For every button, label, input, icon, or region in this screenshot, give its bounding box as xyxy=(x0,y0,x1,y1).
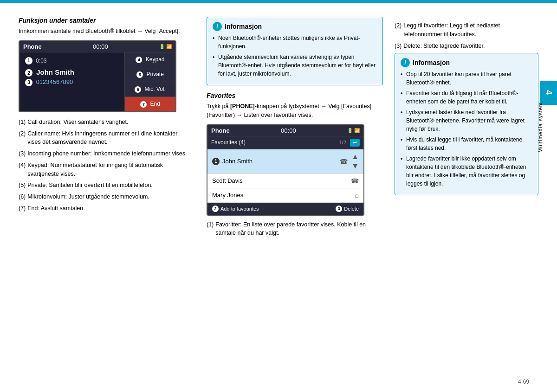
fav-battery-icon: 🔋 xyxy=(347,128,353,133)
btn3-circle: 3 xyxy=(336,206,342,212)
caller-name: 2 John Smith xyxy=(25,68,119,77)
signal-icon: 📶 xyxy=(166,44,172,49)
info2-list-item: Opp til 20 favoritter kan pares til hver… xyxy=(401,70,532,87)
btn4-circle: 4 xyxy=(136,57,142,63)
side-label: Multimedia-system xyxy=(538,102,543,153)
phone-status-icons: 🔋 📶 xyxy=(159,44,172,49)
info-box-1-header: i Informasjon xyxy=(213,22,377,31)
call-feature-item: (2)Caller name: Hvis innringerens nummer… xyxy=(19,129,190,147)
num-label: (2) xyxy=(19,129,26,147)
favorites-text: Trykk på [PHONE]-knappen på lydsystemet … xyxy=(207,102,383,120)
btn6-circle: 6 xyxy=(135,86,141,93)
fav-contact-item[interactable]: Scott Davis ☎ xyxy=(207,174,363,188)
phone-ui-favorites: Phone 00:00 🔋 📶 Favourites (4) 1/2 ↩ 1 J… xyxy=(207,124,364,216)
info2-list-item: Lydsystemet laster ikke ned favoritter f… xyxy=(401,108,532,133)
right-num-list: (2)Legg til favoritter: Legg til et nedl… xyxy=(395,21,538,50)
fav-contact-icon: ☎ xyxy=(351,177,359,185)
fav-contact-icon: ☎ xyxy=(340,158,348,165)
info-icon-1: i xyxy=(213,22,222,31)
right-column: (2)Legg til favoritter: Legg til et nedl… xyxy=(390,17,538,383)
info-box-2-header: i Informasjon xyxy=(401,58,532,67)
right-num-item: (3)Delete: Slette lagrede favoritter. xyxy=(395,42,538,51)
fav-phone-icons: 🔋 📶 xyxy=(347,128,360,133)
fav-phone-title: Phone xyxy=(211,127,230,134)
info-title-1: Informasjon xyxy=(225,23,262,30)
scroll-controls: ▲▼ xyxy=(351,153,359,170)
info-list-2: Opp til 20 favoritter kan pares til hver… xyxy=(401,70,532,188)
call-feature-item: (5)Private: Samtalen blir overført til e… xyxy=(19,181,190,190)
fav-item-name: Scott Davis xyxy=(212,177,243,184)
call-features-list: (1)Call duration: Viser samtalens varigh… xyxy=(19,118,190,213)
fav-sub-title: Favourites (4) xyxy=(211,139,246,146)
fav-item-name: Mary Jones xyxy=(212,192,243,199)
fav-contact-item[interactable]: 1 John Smith ☎ ▲▼ xyxy=(207,149,363,174)
phone-body: 1 0:03 2 John Smith 3 01234567890 4 xyxy=(19,52,175,111)
right-num-item: (2)Legg til favoritter: Legg til et nedl… xyxy=(395,21,538,39)
page-number: 4-69 xyxy=(518,379,529,385)
fav-contact-name: Mary Jones xyxy=(212,192,243,199)
fav-phone-header: Phone 00:00 🔋 📶 xyxy=(207,125,363,136)
fav-page-indicator: 1/2 xyxy=(339,140,346,145)
duration-circle: 1 xyxy=(25,57,32,64)
num-label: (4) xyxy=(19,161,26,179)
num-label: (3) xyxy=(395,42,402,51)
info-list-1: Noen Bluetooth®-enheter støttes muligens… xyxy=(213,34,377,78)
phone-ui-call: Phone 00:00 🔋 📶 1 0:03 2 John Smith xyxy=(19,40,176,112)
fav-contact-name: Scott Davis xyxy=(212,177,243,184)
call-feature-item: (1)Call duration: Viser samtalens varigh… xyxy=(19,118,190,127)
fav-contact-name: John Smith xyxy=(222,158,253,165)
info2-list-item: Lagrede favoritter blir ikke oppdatert s… xyxy=(401,154,532,188)
add-to-fav-btn[interactable]: 2 Add to favourites xyxy=(212,206,259,212)
fav-item-name: 1 John Smith xyxy=(212,158,253,165)
call-duration: 1 0:03 xyxy=(25,57,119,64)
btn7-circle: 7 xyxy=(140,101,147,108)
fav-contact-list: 1 John Smith ☎ ▲▼ Scott Davis ☎ Mary Jon… xyxy=(207,149,363,203)
caller-number-circle: 3 xyxy=(25,79,32,86)
battery-icon: 🔋 xyxy=(159,44,165,49)
favorites-title: Favorites xyxy=(207,92,383,99)
fav-num-list: (1)Favoritter: En liste over parede favo… xyxy=(207,220,383,238)
fav-contact-item[interactable]: Mary Jones ⌂ xyxy=(207,188,363,203)
phone-title: Phone xyxy=(23,43,42,50)
phone-key: [PHONE] xyxy=(230,103,255,109)
fav-back-btn[interactable]: ↩ xyxy=(350,139,360,147)
info-title-2: Informasjon xyxy=(413,59,450,66)
num-label: (6) xyxy=(19,193,26,201)
fav-signal-icon: 📶 xyxy=(354,128,360,133)
mic-vol-btn[interactable]: 6 Mic. Vol. xyxy=(125,82,175,97)
info2-list-item: Favoritter kan du få tilgang til når Blu… xyxy=(401,89,532,106)
info2-list-item: Hvis du skal legge til i favoritter, må … xyxy=(401,135,532,152)
private-btn[interactable]: 5 Private xyxy=(125,67,175,82)
info-icon-2: i xyxy=(401,58,410,67)
num-label: (1) xyxy=(207,220,214,238)
num-label: (2) xyxy=(395,21,402,39)
keypad-btn[interactable]: 4 Keypad xyxy=(125,52,175,67)
info-list-item: Utgående stemmevolum kan variere avhengi… xyxy=(213,53,377,78)
btn2-circle: 2 xyxy=(212,206,219,212)
info-box-1: i Informasjon Noen Bluetooth®-enheter st… xyxy=(207,17,383,85)
fav-phone-time: 00:00 xyxy=(281,127,296,134)
fav-footer: 2 Add to favourites 3 Delete xyxy=(207,203,363,215)
call-feature-item: (4)Keypad: Nummertastaturet for inngang … xyxy=(19,161,190,179)
delete-fav-btn[interactable]: 3 Delete xyxy=(336,206,359,212)
num-label: (5) xyxy=(19,181,26,190)
left-column: Funksjon under samtaler Innkommen samtal… xyxy=(19,17,200,383)
fav-num-item: (1)Favoritter: En liste over parede favo… xyxy=(207,220,383,238)
center-column: i Informasjon Noen Bluetooth®-enheter st… xyxy=(200,17,390,383)
fav-sub-header: Favourites (4) 1/2 ↩ xyxy=(207,136,363,149)
num-label: (3) xyxy=(19,149,26,158)
fav-item-num: 1 xyxy=(212,158,220,165)
info-list-item: Noen Bluetooth®-enheter støttes muligens… xyxy=(213,34,377,51)
section-title-calls: Funksjon under samtaler xyxy=(19,17,190,24)
end-btn[interactable]: 7 End xyxy=(125,97,175,111)
call-feature-item: (6)Mikrofonvolum: Juster utgående stemme… xyxy=(19,193,190,201)
intro-text: Innkommen samtale med Bluetooth® tilkobl… xyxy=(19,27,190,36)
num-label: (1) xyxy=(19,118,26,127)
num-label: (7) xyxy=(19,204,26,213)
btn5-circle: 5 xyxy=(136,71,143,78)
info-box-2: i Informasjon Opp til 20 favoritter kan … xyxy=(395,53,538,195)
phone-time: 00:00 xyxy=(93,43,108,50)
phone-right-panel: 4 Keypad 5 Private 6 Mic. Vol. 7 End xyxy=(124,52,175,111)
call-feature-item: (3)Incoming phone number: Innkommende te… xyxy=(19,149,190,158)
call-feature-item: (7)End: Avslutt samtalen. xyxy=(19,204,190,213)
